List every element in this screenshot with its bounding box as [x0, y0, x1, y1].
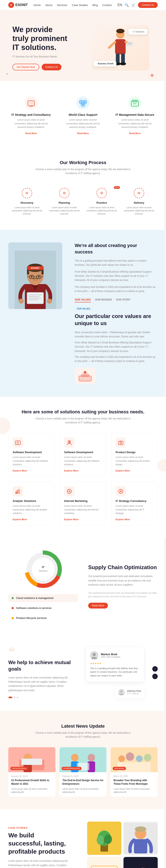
supply-cta-button[interactable]: Read More	[88, 603, 108, 609]
deco-dot-2	[6, 73, 8, 75]
testimonials-section: ❝ We help to achieve mutual goals Lorem …	[0, 634, 166, 711]
news-card-0: PROFESSIONAL January 12, 2023 21 Profess…	[8, 747, 55, 797]
tab-values[interactable]: OUR VALUES	[75, 298, 91, 302]
cta-heading: We build successful, lasting, profitable…	[8, 831, 79, 856]
svg-point-67	[84, 371, 86, 373]
language-selector[interactable]: EN	[118, 3, 122, 7]
supply-dot-1	[12, 607, 14, 609]
solution-desc-2: Lorem ipsum dolor sit amet consectetur a…	[116, 456, 153, 466]
news-title-2[interactable]: Broaden Your Branding with These Fonts F…	[114, 779, 155, 786]
dot-2[interactable]	[14, 696, 15, 698]
svg-rect-4	[116, 53, 120, 64]
news-thumb-0: PROFESSIONAL	[8, 747, 55, 772]
cta-img-white	[87, 857, 121, 868]
cart-icon[interactable]: 🛒	[131, 3, 135, 7]
supply-item-1[interactable]: Software solutions & services	[8, 604, 78, 612]
svg-text:01: 01	[26, 192, 28, 194]
nav-blog[interactable]: Blog	[92, 4, 98, 7]
service-card-1: IT Strategy and Consultancy Lorem ipsum …	[8, 91, 54, 139]
service-readmore-1[interactable]: Read More	[25, 132, 37, 134]
service-title-1: IT Strategy and Consultancy	[11, 113, 51, 116]
service-icon-1	[24, 96, 38, 110]
solutions-heading: Here are some of solutions suiting your …	[8, 409, 158, 415]
testimonial-next-button[interactable]: ›	[152, 674, 158, 679]
hero-get-started-button[interactable]: Get Started Now	[12, 64, 39, 70]
dot-3[interactable]	[16, 696, 18, 698]
nav-home[interactable]: Home	[34, 4, 41, 7]
solution-readmore-3[interactable]: Explore More	[13, 518, 27, 521]
svg-point-84	[69, 491, 70, 492]
svg-line-2	[109, 42, 115, 48]
cta-label: CASE STUDIES	[8, 827, 79, 829]
logo[interactable]: E ESONIT	[8, 2, 28, 8]
process-steps: 01 Discovery Lorem ipsum dolor sit amet …	[8, 184, 158, 219]
svg-rect-128	[134, 839, 147, 854]
service-readmore-3[interactable]: Read More	[129, 132, 141, 134]
about-heading: Our particular core values are unique to…	[75, 313, 158, 327]
solutions-subtitle: Choose a more suitable plan to the progr…	[31, 417, 135, 425]
news-section: Latest News Update Choose a more suitabl…	[0, 711, 166, 809]
news-title-0[interactable]: 21 Professional Growth Skills to Master …	[11, 779, 52, 786]
cta-image	[87, 822, 158, 868]
supply-label-1: Software solutions & services	[16, 607, 52, 610]
svg-rect-130	[87, 859, 121, 868]
supply-section: IT Solutions Cloud solutions & managemen…	[0, 538, 166, 634]
svg-rect-136	[123, 858, 158, 868]
solutions-section: Here are some of solutions suiting your …	[0, 397, 166, 538]
process-number-3: 03	[96, 188, 107, 198]
nav-about[interactable]: About	[45, 4, 52, 7]
about-hero-detail1: From What Started As A Small Business Of…	[75, 270, 158, 282]
process-label-4: Delivery	[122, 201, 156, 204]
tab-story[interactable]: OUR STORY	[116, 298, 130, 302]
testimonial-prev-button[interactable]: ‹	[152, 666, 158, 672]
service-desc-1: Lorem ipsum dolor sit amet consectetur a…	[11, 118, 51, 129]
author-info: Markus Brad CEO, Tech Company	[101, 653, 120, 658]
solution-readmore-0[interactable]: Explore More	[13, 469, 27, 472]
dot-1[interactable]	[8, 696, 12, 698]
news-heading: Latest News Update	[8, 723, 158, 729]
testimonial-author: Markus Brad CEO, Tech Company	[90, 651, 140, 659]
hero-illustration: ✓ IT Solutions ↑ Business Growth	[91, 25, 150, 71]
process-label-1: Discovery	[10, 201, 44, 204]
hero-contact-button[interactable]: Contact Us	[42, 64, 61, 70]
supply-item-2[interactable]: Product lifecycle services	[8, 614, 78, 622]
hero-heading: We provide truly prominent IT solutions.	[12, 25, 67, 52]
solution-readmore-1[interactable]: Explore More	[64, 469, 79, 472]
service-readmore-2[interactable]: Read More	[77, 132, 89, 134]
news-excerpt-1: Lorem ipsum dolor sit amet consectetur a…	[63, 787, 104, 794]
nav-case-studies[interactable]: Case Studies	[72, 4, 88, 7]
service-title-3: IT Management Data Secure	[115, 113, 155, 116]
process-badge-3: NEW	[114, 186, 120, 189]
solution-readmore-2[interactable]: Explore More	[116, 469, 130, 472]
search-icon[interactable]: 🔍	[125, 3, 129, 7]
svg-rect-8	[127, 42, 133, 46]
svg-point-95	[32, 558, 54, 581]
next-author-row: Johnny Doe CTO, Agency	[118, 689, 141, 695]
solution-desc-3: Lorem ipsum dolor sit amet consectetur a…	[13, 504, 50, 515]
solution-title-3: Analytic Solutions	[13, 499, 50, 502]
service-card-3: IT Management Data Secure Lorem ipsum do…	[112, 91, 158, 139]
svg-rect-81	[17, 491, 18, 494]
testimonial-quote: This is a guiding principle that defines…	[90, 666, 140, 678]
tab-mission[interactable]: OUR MISSION	[95, 298, 112, 302]
supply-item-0[interactable]: Cloud solutions & management	[8, 594, 78, 602]
supply-label-2: Product lifecycle services	[16, 617, 47, 620]
solution-icon-1	[64, 437, 75, 448]
svg-text:IT: IT	[42, 566, 44, 569]
solution-card-4: Internet Marketing Lorem ipsum dolor sit…	[60, 482, 106, 525]
solution-card-3: Analytic Solutions Lorem ipsum dolor sit…	[8, 482, 55, 525]
news-category-0: PROFESSIONAL	[10, 767, 28, 770]
news-title-1[interactable]: The End-to-End Design Service for Entrep…	[63, 779, 104, 786]
svg-point-129	[135, 826, 146, 832]
solution-readmore-5[interactable]: Explore More	[116, 518, 130, 521]
solution-readmore-4[interactable]: Explore More	[64, 518, 79, 521]
process-number-4: 04	[134, 188, 144, 198]
testimonial-dots	[8, 696, 78, 698]
supply-list: Cloud solutions & management Software so…	[8, 594, 78, 622]
nav-contact[interactable]: Contact	[102, 4, 112, 7]
about-para-1: Nunc consectetur lorem dolor – Pellentes…	[75, 330, 158, 339]
services-grid: IT Strategy and Consultancy Lorem ipsum …	[8, 91, 158, 139]
nav-cta-button[interactable]: Contact Us	[138, 2, 158, 8]
process-section: Our Working Process Choose a more suitab…	[0, 150, 166, 230]
nav-services[interactable]: Services	[57, 4, 67, 7]
